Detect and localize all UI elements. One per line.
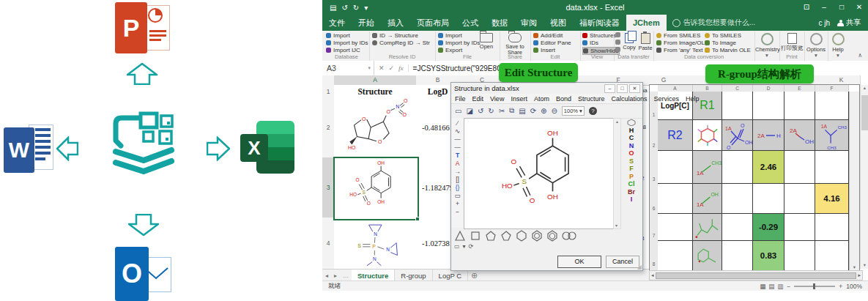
rgroup-frag-sulfo[interactable]: 1A O O OH	[722, 120, 753, 151]
template-benzene-icon[interactable]	[531, 230, 543, 242]
element-cl-button[interactable]: Cl	[628, 180, 635, 187]
dialog-minimize-icon[interactable]: –	[604, 84, 615, 93]
menu-file[interactable]: File	[455, 95, 466, 103]
scroll-up-icon[interactable]: ▴	[861, 85, 868, 91]
template-cyclohexane-icon[interactable]	[516, 230, 527, 242]
rg-col-a[interactable]: A	[658, 85, 693, 92]
collapse-ribbon-icon[interactable]: ∧	[858, 52, 862, 59]
text-tool-icon[interactable]: T	[456, 152, 459, 159]
rgroup-vertical-scrollbar[interactable]: ▾	[849, 92, 859, 271]
compreg-id-button[interactable]: CompReg ID → Str	[372, 40, 430, 46]
row-header-3[interactable]: 3	[322, 157, 335, 218]
zoom-out-control[interactable]: −	[787, 283, 790, 290]
tab-view[interactable]: 视图	[544, 15, 573, 31]
dialog-maximize-icon[interactable]: □	[617, 84, 628, 93]
menu-structure[interactable]: Structure	[578, 95, 605, 103]
single-bond-icon[interactable]: —	[454, 135, 461, 143]
sheet-more-icon[interactable]: …	[340, 270, 352, 281]
cell-a2-molecule[interactable]: O O HO O N O O	[334, 97, 417, 158]
zoom-in-control[interactable]: +	[839, 283, 842, 290]
plus-tool-icon[interactable]: +	[456, 200, 459, 207]
minimize-icon[interactable]: –	[815, 0, 833, 15]
resize-grip-icon[interactable]: ◢	[637, 264, 642, 270]
rgroup-horizontal-scrollbar[interactable]: ◂ ▸	[649, 270, 863, 280]
save-to-share-button[interactable]: Save to Share	[503, 32, 527, 56]
rgroup-scaffold-cell[interactable]	[693, 120, 722, 151]
name-box[interactable]: A3▾	[322, 61, 374, 75]
element-i-button[interactable]: I	[631, 196, 633, 203]
element-o-button[interactable]: O	[628, 149, 634, 157]
tab-jchem[interactable]: JChem	[626, 15, 667, 31]
rgroup-value-083[interactable]: 0.83	[753, 241, 784, 271]
chain-tool-icon[interactable]: ∿	[455, 127, 460, 135]
sheet-prev-icon[interactable]: ◂	[322, 270, 331, 281]
vertical-scrollbar[interactable]: ▴ ▾	[860, 85, 868, 269]
qat-dropdown-icon[interactable]: ▾	[364, 4, 368, 12]
periodic-table-icon[interactable]	[627, 119, 636, 126]
zoom-slider-thumb[interactable]	[813, 283, 815, 289]
open-button[interactable]: Open	[475, 32, 498, 50]
cell-a4-molecule[interactable]: S P N N N	[334, 218, 417, 270]
from-image-ole-button[interactable]: From Image/OLE	[656, 40, 708, 46]
to-smiles-button[interactable]: To SMILES	[705, 32, 751, 39]
rgroup-r2-header[interactable]: R2	[658, 120, 693, 151]
dialog-close-icon[interactable]: ✕	[629, 84, 640, 93]
redo-icon[interactable]: ↻	[353, 4, 359, 12]
element-f-button[interactable]: F	[629, 165, 634, 172]
maximize-icon[interactable]: □	[833, 0, 850, 15]
rg-row-6[interactable]: 6	[650, 206, 658, 211]
template-group-icon[interactable]: ▭	[454, 243, 460, 250]
vertical-scroll-thumb[interactable]	[861, 95, 868, 130]
rgroup-value-m029[interactable]: -0.29	[753, 214, 784, 241]
dialog-title-bar[interactable]: Structure in data.xlsx – □ ✕	[451, 83, 642, 94]
tab-home[interactable]: 开始	[352, 15, 381, 31]
rgroup-value-246[interactable]: 2.46	[753, 151, 784, 184]
cell-a1-structure-header[interactable]: Structure	[334, 85, 417, 98]
zoom-out-tool-icon[interactable]: ⊖	[551, 107, 557, 115]
template-refresh-icon[interactable]: ⟳	[469, 243, 474, 250]
rg-row-2[interactable]: 2	[650, 143, 658, 148]
ok-button[interactable]: OK	[557, 256, 601, 268]
bond-tool-icon[interactable]: ∕	[457, 119, 458, 127]
template-aromatic-ring-icon[interactable]	[546, 230, 558, 242]
atom-tool-icon[interactable]: A	[456, 160, 460, 167]
menu-insert[interactable]: Insert	[511, 95, 527, 103]
share-button[interactable]: 共享	[837, 18, 861, 28]
editor-canvas[interactable]: OH OH S O O HO	[464, 118, 615, 229]
close-icon[interactable]: ✕	[850, 0, 868, 15]
arrow-tool-icon[interactable]: →	[454, 168, 461, 175]
copy-tool-icon[interactable]: ⧉	[509, 106, 514, 115]
tab-page-layout[interactable]: 页面布局	[410, 15, 456, 31]
import-button[interactable]: Import	[326, 32, 368, 39]
menu-bond[interactable]: Bond	[556, 95, 571, 103]
redo-tool-icon[interactable]: ↻	[488, 107, 494, 115]
canvas-scrollbar[interactable]: ▴ ▾	[613, 118, 621, 229]
rg-col-b[interactable]: B	[693, 85, 722, 92]
from-any-text-button[interactable]: From 'any' Text	[656, 47, 708, 53]
rgroup-scroll-left-icon[interactable]: ◂	[651, 272, 654, 278]
menu-calculations[interactable]: Calculations	[611, 95, 647, 103]
rgroup-frag-branched-2[interactable]	[693, 241, 722, 271]
zoom-slider[interactable]	[794, 286, 835, 287]
reload-tool-icon[interactable]: ⟳	[530, 107, 536, 115]
rgroup-scroll-down-icon[interactable]: ▾	[850, 264, 859, 270]
sheet-tab-structure[interactable]: Structure	[352, 270, 395, 281]
rg-col-c[interactable]: C	[722, 85, 753, 92]
cell-a3-molecule[interactable]: OH OH S O O HO	[334, 157, 417, 218]
add-edit-button[interactable]: Add/Edit	[533, 32, 571, 39]
zoom-in-tool-icon[interactable]: ⊕	[541, 107, 546, 115]
rgroup-frag-isopropyl[interactable]: 1A CH3 CH3	[815, 120, 849, 151]
menu-atom[interactable]: Atom	[534, 95, 549, 103]
rg-col-d[interactable]: D	[753, 85, 784, 92]
rg-row-1[interactable]: 1	[650, 112, 658, 117]
tab-review[interactable]: 审阅	[514, 15, 544, 31]
to-image-button[interactable]: To Image	[705, 40, 751, 46]
insert-function-icon[interactable]: fx	[398, 64, 404, 72]
rgroup-value-416[interactable]: 4.16	[815, 184, 849, 214]
copy-button[interactable]: Copy	[621, 32, 637, 51]
formula-input[interactable]: =JCSYSStructure("929E8CF0	[409, 64, 511, 73]
row-header-4[interactable]: 4	[322, 218, 335, 270]
undo-tool-icon[interactable]: ↺	[478, 107, 483, 115]
row-header-1[interactable]: 1	[322, 85, 335, 98]
confirm-entry-icon[interactable]: ✓	[389, 64, 395, 72]
